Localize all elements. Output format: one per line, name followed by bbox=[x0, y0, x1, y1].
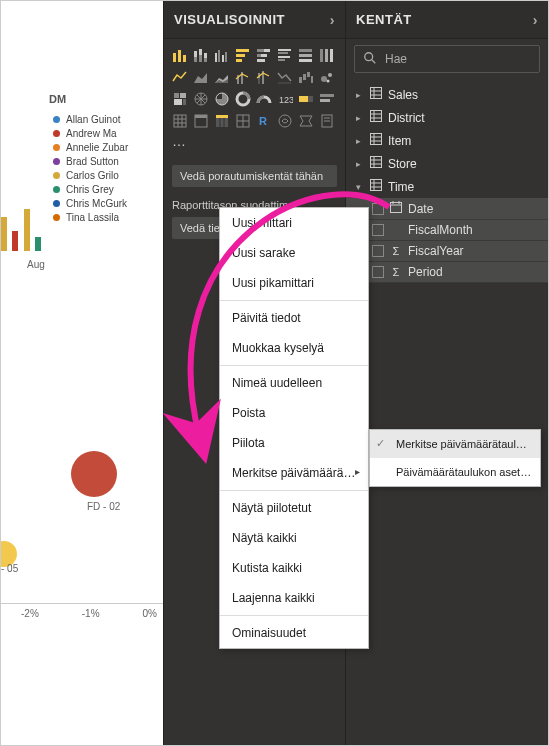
field-checkbox[interactable] bbox=[372, 224, 384, 236]
fields-header[interactable]: KENTÄT › bbox=[346, 1, 548, 39]
visualization-type-icon[interactable]: 123 bbox=[275, 89, 294, 109]
context-menu-item[interactable]: Piilota bbox=[220, 428, 368, 458]
svg-rect-38 bbox=[307, 72, 310, 77]
more-visuals-button[interactable]: … bbox=[164, 131, 345, 153]
context-menu-item[interactable]: Päivitä tiedot bbox=[220, 303, 368, 333]
mark-as-date-submenu[interactable]: ✓Merkitse päivämäärätaulukoksiPäivämäärä… bbox=[369, 429, 541, 487]
visualization-type-icon[interactable] bbox=[296, 89, 315, 109]
visualization-type-icon[interactable] bbox=[254, 45, 273, 65]
submenu-item[interactable]: ✓Merkitse päivämäärätaulukoksi bbox=[370, 430, 540, 458]
drill-fields-well[interactable]: Vedä porautumiskentät tähän bbox=[172, 165, 337, 187]
visualization-type-icon[interactable] bbox=[212, 67, 231, 87]
visualization-type-icon[interactable] bbox=[170, 111, 189, 131]
visualization-type-icon[interactable] bbox=[212, 111, 231, 131]
visualization-type-icon[interactable] bbox=[233, 67, 252, 87]
visualization-type-icon[interactable] bbox=[170, 67, 189, 87]
context-menu-item[interactable]: Uusi sarake bbox=[220, 238, 368, 268]
visualization-type-icon[interactable] bbox=[191, 45, 210, 65]
search-icon bbox=[363, 51, 377, 68]
legend-item[interactable]: Chris McGurk bbox=[53, 198, 128, 209]
context-menu-item[interactable]: Muokkaa kyselyä bbox=[220, 333, 368, 363]
svg-text:123: 123 bbox=[279, 95, 293, 105]
svg-rect-17 bbox=[257, 49, 264, 52]
legend-color-dot bbox=[53, 214, 60, 221]
context-menu-item[interactable]: Merkitse päivämäärä… bbox=[220, 458, 368, 488]
context-menu-item[interactable]: Kutista kaikki bbox=[220, 553, 368, 583]
field-name: Date bbox=[408, 202, 433, 216]
context-menu-item[interactable]: Poista bbox=[220, 398, 368, 428]
visualization-type-icon[interactable] bbox=[296, 67, 315, 87]
legend-item[interactable]: Andrew Ma bbox=[53, 128, 128, 139]
context-menu-item[interactable]: Uusi pikamittari bbox=[220, 268, 368, 298]
fields-field-row[interactable]: FiscalMonth bbox=[346, 220, 548, 241]
visualization-type-icon[interactable] bbox=[254, 89, 273, 109]
svg-rect-63 bbox=[216, 115, 228, 118]
visualization-type-icon[interactable] bbox=[212, 45, 231, 65]
fields-panel: KENTÄT › Hae ▸Sales▸District▸Item▸Store▾… bbox=[345, 1, 548, 745]
table-icon bbox=[370, 156, 382, 171]
fields-table-row[interactable]: ▸Item bbox=[346, 129, 548, 152]
visualization-type-icon[interactable] bbox=[233, 45, 252, 65]
fields-table-row[interactable]: ▸District bbox=[346, 106, 548, 129]
context-menu-item[interactable]: Laajenna kaikki bbox=[220, 583, 368, 613]
svg-point-40 bbox=[321, 76, 327, 82]
collapse-icon[interactable]: › bbox=[330, 12, 335, 28]
visualization-type-icon[interactable] bbox=[170, 45, 189, 65]
visualization-type-icon[interactable] bbox=[191, 111, 210, 131]
fields-table-row[interactable]: ▸Store bbox=[346, 152, 548, 175]
svg-rect-61 bbox=[195, 115, 207, 118]
sigma-icon: Σ bbox=[390, 266, 402, 278]
visualization-type-icon[interactable] bbox=[296, 111, 315, 131]
submenu-item-label: Päivämäärätaulukon asetukset bbox=[396, 466, 540, 478]
visualization-type-icon[interactable] bbox=[254, 67, 273, 87]
context-menu-item[interactable]: Ominaisuudet bbox=[220, 618, 368, 648]
table-icon bbox=[370, 179, 382, 194]
visualizations-title: VISUALISOINNIT bbox=[174, 12, 285, 27]
legend-item[interactable]: Tina Lassila bbox=[53, 212, 128, 223]
field-checkbox[interactable] bbox=[372, 203, 384, 215]
visualization-type-icon[interactable] bbox=[233, 111, 252, 131]
fields-field-row[interactable]: Date bbox=[346, 198, 548, 220]
visualization-type-icon[interactable] bbox=[275, 111, 294, 131]
fields-search[interactable]: Hae bbox=[354, 45, 540, 73]
visualization-type-icon[interactable] bbox=[233, 89, 252, 109]
context-menu-item[interactable]: Näytä kaikki bbox=[220, 523, 368, 553]
fields-field-row[interactable]: ΣFiscalYear bbox=[346, 241, 548, 262]
visualization-type-icon[interactable] bbox=[170, 89, 189, 109]
visualization-type-icon[interactable] bbox=[296, 45, 315, 65]
field-checkbox[interactable] bbox=[372, 266, 384, 278]
visualization-type-icon[interactable] bbox=[275, 45, 294, 65]
submenu-item[interactable]: Päivämäärätaulukon asetukset bbox=[370, 458, 540, 486]
legend-item-label: Andrew Ma bbox=[66, 128, 117, 139]
fields-table-row[interactable]: ▸Sales bbox=[346, 83, 548, 106]
visualization-type-icon[interactable] bbox=[317, 89, 336, 109]
legend-item[interactable]: Chris Grey bbox=[53, 184, 128, 195]
fields-field-row[interactable]: ΣPeriod bbox=[346, 262, 548, 283]
search-placeholder: Hae bbox=[385, 52, 407, 66]
visualization-type-icon[interactable] bbox=[212, 89, 231, 109]
svg-rect-36 bbox=[299, 77, 302, 83]
svg-rect-54 bbox=[320, 99, 330, 102]
legend-item[interactable]: Brad Sutton bbox=[53, 156, 128, 167]
collapse-icon[interactable]: › bbox=[533, 12, 538, 28]
svg-rect-14 bbox=[236, 54, 245, 57]
context-menu-item[interactable]: Näytä piilotetut bbox=[220, 493, 368, 523]
fields-table-row[interactable]: ▾Time bbox=[346, 175, 548, 198]
svg-rect-25 bbox=[299, 49, 312, 52]
legend-item[interactable]: Carlos Grilo bbox=[53, 170, 128, 181]
table-context-menu[interactable]: Uusi mittariUusi sarakeUusi pikamittariP… bbox=[219, 207, 369, 649]
visualization-type-icon[interactable]: R bbox=[254, 111, 273, 131]
visualization-type-icon[interactable] bbox=[317, 67, 336, 87]
visualization-type-icon[interactable] bbox=[191, 67, 210, 87]
legend-item[interactable]: Annelie Zubar bbox=[53, 142, 128, 153]
context-menu-item[interactable]: Nimeä uudelleen bbox=[220, 368, 368, 398]
visualization-type-icon[interactable] bbox=[191, 89, 210, 109]
field-checkbox[interactable] bbox=[372, 245, 384, 257]
visualization-type-icon[interactable] bbox=[317, 45, 336, 65]
visualizations-header[interactable]: VISUALISOINNIT › bbox=[164, 1, 345, 39]
visualization-type-icon[interactable] bbox=[317, 111, 336, 131]
legend-item[interactable]: Allan Guinot bbox=[53, 114, 128, 125]
context-menu-item[interactable]: Uusi mittari bbox=[220, 208, 368, 238]
visualization-type-icon[interactable] bbox=[275, 67, 294, 87]
svg-rect-80 bbox=[371, 111, 382, 122]
